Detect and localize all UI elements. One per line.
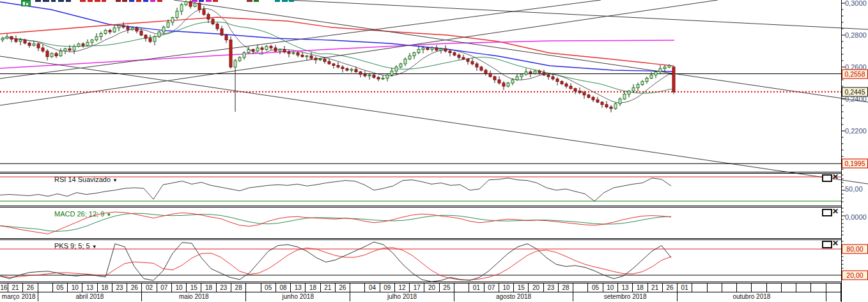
day-tick-cell: 10: [172, 283, 187, 292]
date-axis[interactable]: 1621260510131823260207101518232805081318…: [0, 283, 842, 302]
legend-text-fragment: [43, 0, 49, 2]
day-tick-cell: 23: [112, 283, 127, 292]
legend-text-fragment: [199, 0, 204, 2]
rsi-panel: [0, 177, 841, 201]
legend-text-fragment: [275, 0, 280, 2]
price-level-badge: 0,1995: [842, 159, 868, 169]
legend-text-fragment: [254, 0, 259, 2]
rsi-label-text: RSI 14 Suavizado: [54, 176, 111, 183]
legend-text-fragment: [129, 0, 134, 2]
day-tick-cell: [737, 283, 752, 292]
legend-text-fragment: [136, 0, 141, 2]
legend-text-fragment: [157, 0, 162, 2]
axis-ticks: [842, 0, 846, 283]
legend-text-fragment: [150, 0, 155, 2]
day-tick-cell: 02: [142, 283, 157, 292]
day-tick-cell: 18: [98, 283, 112, 292]
pks-dropdown-icon[interactable]: ▼: [92, 244, 97, 250]
rsi-minimize-button[interactable]: [822, 174, 832, 182]
legend-text-fragment: [282, 0, 288, 2]
pks-indicator-label[interactable]: PKS 9; 5; 5▼: [54, 242, 97, 250]
day-tick-cell: 17: [410, 283, 424, 292]
month-row: março 2018abril 2018maio 2018junho 2018j…: [0, 292, 841, 301]
pks-axis-label: 80,00: [842, 245, 868, 254]
day-tick-cell: [782, 283, 796, 292]
legend-text-fragment: [95, 0, 100, 2]
day-tick-cell: [796, 283, 811, 292]
month-cell: abril 2018: [38, 292, 143, 301]
pks-close-button[interactable]: ✕: [832, 240, 839, 246]
month-cell: julho 2018: [350, 292, 454, 301]
day-tick-cell: 07: [157, 283, 172, 292]
day-tick-cell: 28: [231, 283, 246, 292]
day-tick-cell: [454, 283, 469, 292]
day-tick-cell: 26: [336, 283, 350, 292]
month-cell: junho 2018: [246, 292, 350, 301]
day-tick-cell: 21: [321, 283, 336, 292]
day-tick-cell: [246, 283, 261, 292]
price-axis-label: 0,3000: [845, 0, 867, 7]
rsi-close-button[interactable]: ✕: [832, 174, 839, 180]
day-tick-cell: [722, 283, 737, 292]
pks-label-text: PKS 9; 5; 5: [54, 242, 90, 250]
month-cell: outubro 2018: [678, 292, 826, 301]
macd-minimize-button[interactable]: [822, 209, 832, 216]
month-cell: [826, 292, 841, 301]
price-level-badge: 0,2558: [842, 69, 868, 79]
day-tick-cell: 10: [68, 283, 82, 292]
legend-text-fragment: [122, 0, 127, 2]
chart-application: 0,30000,28000,26000,24000,22000,25580,24…: [0, 0, 868, 302]
pks-panel: [0, 242, 841, 282]
legend-text-fragment: [289, 0, 294, 2]
day-tick-cell: 23: [544, 283, 559, 292]
day-tick-cell: 10: [603, 283, 618, 292]
macd-close-button[interactable]: ✕: [832, 208, 839, 215]
day-tick-cell: 05: [53, 283, 68, 292]
macd-indicator-label[interactable]: MACD 26; 12; 9▼: [54, 210, 111, 218]
day-tick-cell: 20: [529, 283, 543, 292]
price-levels: [0, 74, 841, 164]
day-tick-cell: 26: [663, 283, 678, 292]
price-level-badge: 0,2445: [842, 87, 868, 97]
trendlines: [0, 0, 868, 184]
legend-text-fragment: [143, 0, 148, 2]
day-row: 1621260510131823260207101518232805081318…: [0, 283, 841, 292]
legend-text-fragment: [213, 0, 218, 2]
legend-text-fragment: [88, 0, 93, 2]
legend-text-fragment: [102, 0, 106, 2]
legend-text-fragment: [58, 0, 64, 2]
rsi-dropdown-icon[interactable]: ▼: [112, 177, 118, 183]
legend-text-fragment: [206, 0, 212, 2]
pks-minimize-button[interactable]: [822, 241, 832, 248]
macd-axis-label: 0,0000: [845, 213, 867, 221]
legend-text-fragment: [51, 0, 56, 2]
ma-21-line: [3, 22, 674, 93]
macd-label-text: MACD 26; 12; 9: [54, 210, 104, 218]
day-tick-cell: 21: [8, 283, 23, 292]
day-tick-cell: 05: [261, 283, 276, 292]
legend-text-fragment: [116, 0, 121, 2]
legend-text-fragment: [247, 0, 252, 2]
day-tick-cell: 13: [291, 283, 306, 292]
day-tick-cell: 13: [618, 283, 633, 292]
day-tick-cell: 18: [201, 283, 216, 292]
day-tick-cell: [826, 283, 841, 292]
day-tick-cell: 16: [0, 283, 8, 292]
macd-dropdown-icon[interactable]: ▼: [106, 212, 111, 218]
day-tick-cell: 28: [559, 283, 573, 292]
rsi-indicator-label[interactable]: RSI 14 Suavizado▼: [54, 176, 118, 183]
day-tick-cell: [350, 283, 365, 292]
day-tick-cell: [752, 283, 766, 292]
legend-text-fragment: [35, 0, 41, 2]
day-tick-cell: [767, 283, 782, 292]
price-chart-canvas[interactable]: [0, 0, 868, 283]
day-tick-cell: 21: [648, 283, 663, 292]
day-tick-cell: 20: [425, 283, 440, 292]
month-cell: março 2018: [0, 292, 38, 301]
day-tick-cell: 04: [365, 283, 380, 292]
legend-text-fragment: [66, 0, 71, 2]
day-tick-cell: 18: [306, 283, 320, 292]
day-tick-cell: [573, 283, 588, 292]
day-tick-cell: 15: [514, 283, 529, 292]
day-tick-cell: [811, 283, 826, 292]
